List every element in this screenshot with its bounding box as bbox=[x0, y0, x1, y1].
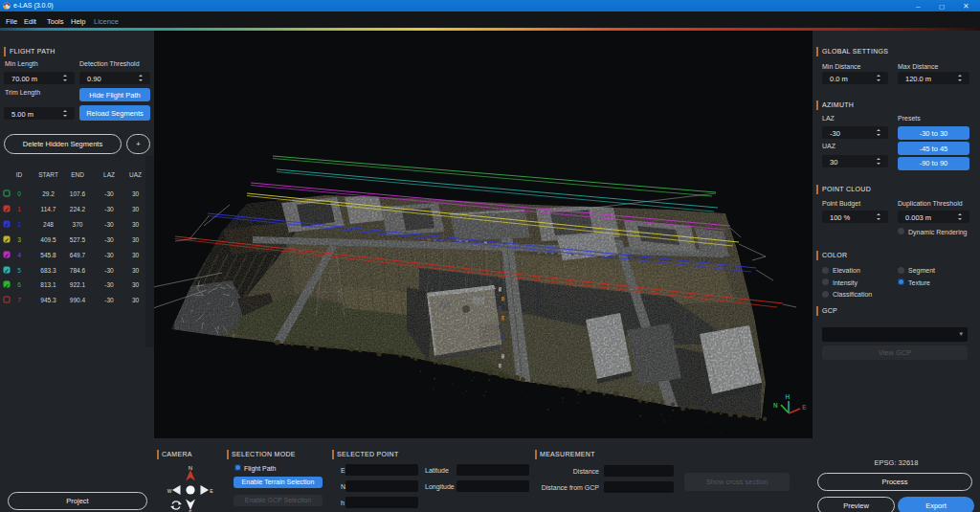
svg-text:E: E bbox=[210, 488, 213, 494]
svg-text:N: N bbox=[773, 402, 778, 409]
svg-text:W: W bbox=[167, 488, 172, 494]
svg-text:E: E bbox=[802, 404, 807, 411]
svg-text:S: S bbox=[189, 509, 192, 512]
svg-text:H: H bbox=[786, 393, 791, 400]
